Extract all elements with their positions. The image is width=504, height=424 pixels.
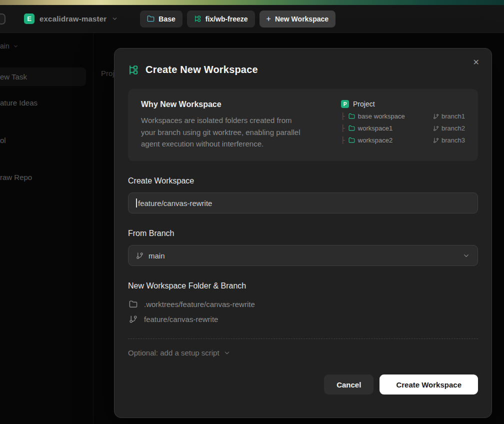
base-button-label: Base xyxy=(158,15,175,23)
chevron-down-icon xyxy=(462,252,470,260)
from-branch-value: main xyxy=(148,252,165,260)
tree-branch: branch2 xyxy=(433,124,465,132)
info-body: Workspaces are isolated folders created … xyxy=(141,114,307,150)
workspace-name-value: feature/canvas-rewrite xyxy=(138,199,212,208)
git-branch-icon xyxy=(433,138,439,144)
create-workspace-submit-button[interactable]: Create Workspace xyxy=(380,374,478,394)
dashed-divider xyxy=(128,338,478,339)
preview-folder-path: .worktrees/feature/canvas-rewrite xyxy=(144,300,255,308)
tree-connector: ├ xyxy=(341,136,345,144)
tree-folder-name: workspace1 xyxy=(358,124,392,132)
repo-icon: E xyxy=(24,14,34,24)
wallpaper-strip xyxy=(0,0,504,5)
modal-footer: Cancel Create Workspace xyxy=(128,374,478,394)
workspace-name-label: Create Workspace xyxy=(128,176,478,186)
text-cursor xyxy=(136,198,137,208)
folder-icon xyxy=(348,125,355,132)
tree-branch: branch3 xyxy=(433,136,465,144)
from-branch-label: From Branch xyxy=(128,229,478,238)
info-panel: Why New Workspace Workspaces are isolate… xyxy=(128,89,478,161)
git-branch-icon xyxy=(433,114,439,120)
git-branch-icon xyxy=(129,315,138,324)
tree-branch-name: branch2 xyxy=(442,124,465,132)
tree-folder-name: base workspace xyxy=(358,112,405,120)
preview-folder-row: .worktrees/feature/canvas-rewrite xyxy=(128,300,478,308)
tree-row: ├ workspace2 branch3 xyxy=(341,136,465,144)
folder-icon xyxy=(129,300,138,308)
folder-icon xyxy=(348,137,355,144)
repo-name: excalidraw-master xyxy=(40,14,106,23)
workspace-name-input[interactable]: feature/canvas-rewrite xyxy=(128,192,478,214)
tree-row: ├ workspace1 branch2 xyxy=(341,124,465,132)
close-icon[interactable]: ✕ xyxy=(473,58,480,66)
git-branch-icon xyxy=(433,126,439,132)
modal-header: Create New Workspace xyxy=(128,48,478,76)
tree-root: P Project xyxy=(341,100,465,108)
worktree-icon xyxy=(128,64,139,76)
new-workspace-button[interactable]: + New Workspace xyxy=(260,10,336,28)
cancel-button[interactable]: Cancel xyxy=(324,374,374,394)
from-branch-select[interactable]: main xyxy=(128,245,478,266)
tree-connector: ├ xyxy=(341,124,345,132)
tree-row: ├ base workspace branch1 xyxy=(341,112,465,120)
tree-branch: branch1 xyxy=(433,112,465,120)
chevron-down-icon xyxy=(224,350,230,356)
tree-root-label: Project xyxy=(353,100,375,108)
setup-script-toggle[interactable]: Optional: add a setup script xyxy=(128,348,230,357)
tree-folder-name: workspace2 xyxy=(358,136,392,144)
top-bar: E excalidraw-master Base fix/wb-freeze +… xyxy=(0,5,504,33)
branch-workspace-button[interactable]: fix/wb-freeze xyxy=(187,10,255,28)
branch-button-label: fix/wb-freeze xyxy=(206,15,248,23)
workspace-tree-diagram: P Project ├ base workspace branch1 ├ xyxy=(341,100,465,150)
modal-title: Create New Workspace xyxy=(146,64,258,76)
create-workspace-modal: ✕ Create New Workspace Why New Workspace… xyxy=(114,48,492,418)
chevron-down-icon xyxy=(112,16,118,22)
preview-section-label: New Workspace Folder & Branch xyxy=(128,282,478,290)
worktree-icon xyxy=(194,15,202,22)
git-branch-icon xyxy=(136,252,144,260)
preview-branch-row: feature/canvas-rewrite xyxy=(128,315,478,324)
folder-icon xyxy=(147,15,154,22)
repo-switcher[interactable]: E excalidraw-master xyxy=(24,14,118,24)
base-workspace-button[interactable]: Base xyxy=(140,10,182,28)
tree-connector: ├ xyxy=(341,112,345,120)
project-badge: P xyxy=(341,100,349,108)
info-heading: Why New Workspace xyxy=(141,100,307,109)
folder-icon xyxy=(348,113,355,120)
tree-branch-name: branch1 xyxy=(442,112,465,120)
window-control-partial xyxy=(0,14,6,24)
setup-script-label: Optional: add a setup script xyxy=(128,348,220,357)
plus-icon: + xyxy=(266,14,271,24)
tree-branch-name: branch3 xyxy=(442,136,465,144)
info-text: Why New Workspace Workspaces are isolate… xyxy=(141,100,307,150)
preview-branch-name: feature/canvas-rewrite xyxy=(144,315,218,324)
new-workspace-button-label: New Workspace xyxy=(275,15,328,23)
